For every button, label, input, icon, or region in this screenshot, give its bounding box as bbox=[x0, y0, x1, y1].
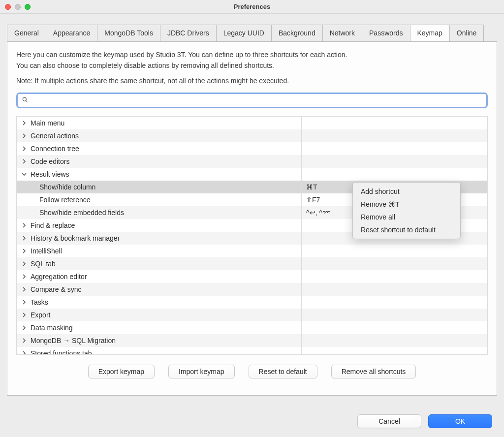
action-label: Follow reference bbox=[39, 196, 91, 204]
chevron-down-icon[interactable] bbox=[21, 171, 28, 178]
action-label: Show/hide embedded fields bbox=[39, 209, 124, 217]
category-label: IntelliShell bbox=[31, 247, 62, 255]
keymap-category-row[interactable]: Data masking bbox=[17, 321, 487, 334]
shortcut-label: ⇧F7 bbox=[306, 196, 320, 204]
shortcut-label: ⌘T bbox=[306, 183, 317, 191]
tab-appearance[interactable]: Appearance bbox=[46, 25, 98, 41]
preferences-tabstrip: GeneralAppearanceMongoDB ToolsJDBC Drive… bbox=[0, 14, 504, 41]
keymap-description: Here you can customize the keymap used b… bbox=[16, 50, 488, 71]
chevron-right-icon[interactable] bbox=[21, 132, 28, 139]
tab-passwords[interactable]: Passwords bbox=[362, 25, 410, 41]
context-menu-item[interactable]: Add shortcut bbox=[353, 185, 460, 198]
import-keymap-button[interactable]: Import keymap bbox=[168, 365, 235, 378]
keymap-category-row[interactable]: Connection tree bbox=[17, 142, 487, 155]
keymap-category-row[interactable]: IntelliShell bbox=[17, 245, 487, 257]
chevron-right-icon[interactable] bbox=[21, 273, 28, 280]
ok-button[interactable]: OK bbox=[428, 414, 492, 428]
category-label: Data masking bbox=[31, 324, 73, 332]
category-label: Aggregation editor bbox=[31, 273, 87, 281]
traffic-lights bbox=[5, 4, 31, 10]
keymap-category-row[interactable]: Aggregation editor bbox=[17, 270, 487, 283]
svg-point-0 bbox=[23, 97, 26, 101]
chevron-right-icon[interactable] bbox=[21, 222, 28, 229]
category-label: Result views bbox=[31, 170, 69, 178]
category-label: Find & replace bbox=[31, 221, 75, 229]
chevron-right-icon[interactable] bbox=[21, 324, 28, 331]
keymap-category-row[interactable]: Code editors bbox=[17, 155, 487, 168]
tab-jdbc-drivers[interactable]: JDBC Drivers bbox=[160, 25, 217, 41]
tab-keymap[interactable]: Keymap bbox=[410, 25, 450, 41]
keymap-category-row[interactable]: Stored functions tab bbox=[17, 347, 487, 355]
chevron-right-icon[interactable] bbox=[21, 145, 28, 152]
minimize-window-icon bbox=[15, 4, 21, 10]
search-icon bbox=[22, 96, 32, 105]
chevron-right-icon[interactable] bbox=[21, 312, 28, 318]
category-label: Tasks bbox=[31, 298, 48, 306]
category-label: General actions bbox=[31, 132, 79, 140]
tab-online[interactable]: Online bbox=[449, 25, 484, 41]
category-label: Compare & sync bbox=[31, 285, 81, 293]
shortcut-context-menu: Add shortcutRemove ⌘TRemove allReset sho… bbox=[352, 182, 461, 239]
keymap-category-row[interactable]: Compare & sync bbox=[17, 283, 487, 296]
zoom-window-icon[interactable] bbox=[25, 4, 31, 10]
chevron-right-icon[interactable] bbox=[21, 158, 28, 165]
chevron-right-icon[interactable] bbox=[21, 299, 28, 306]
search-input[interactable] bbox=[32, 96, 482, 105]
search-field-wrap[interactable] bbox=[16, 93, 488, 108]
desc-line-2: You can also choose to completely disabl… bbox=[16, 62, 274, 69]
keymap-panel-buttons: Export keymap Import keymap Reset to def… bbox=[16, 365, 488, 378]
close-window-icon[interactable] bbox=[5, 4, 11, 10]
desc-line-1: Here you can customize the keymap used b… bbox=[16, 51, 347, 59]
export-keymap-button[interactable]: Export keymap bbox=[88, 365, 155, 378]
keymap-category-row[interactable]: Main menu bbox=[17, 117, 487, 129]
keymap-category-row[interactable]: Result views bbox=[17, 168, 487, 181]
chevron-right-icon[interactable] bbox=[21, 337, 28, 344]
tab-network[interactable]: Network bbox=[322, 25, 362, 41]
tab-mongodb-tools[interactable]: MongoDB Tools bbox=[97, 25, 160, 41]
remove-all-shortcuts-button[interactable]: Remove all shortcuts bbox=[331, 365, 416, 378]
keymap-category-row[interactable]: General actions bbox=[17, 129, 487, 142]
category-label: Stored functions tab bbox=[31, 349, 92, 355]
keymap-category-row[interactable]: SQL tab bbox=[17, 257, 487, 270]
cancel-button[interactable]: Cancel bbox=[357, 414, 421, 428]
chevron-right-icon[interactable] bbox=[21, 120, 28, 126]
chevron-right-icon[interactable] bbox=[21, 350, 28, 355]
action-label: Show/hide column bbox=[39, 183, 95, 191]
category-label: Main menu bbox=[31, 119, 64, 127]
reset-to-default-button[interactable]: Reset to default bbox=[249, 365, 317, 378]
category-label: Connection tree bbox=[31, 145, 79, 153]
category-label: History & bookmark manager bbox=[31, 234, 120, 242]
chevron-right-icon[interactable] bbox=[21, 248, 28, 254]
keymap-category-row[interactable]: Export bbox=[17, 309, 487, 321]
chevron-right-icon[interactable] bbox=[21, 260, 28, 267]
tab-background[interactable]: Background bbox=[271, 25, 323, 41]
keymap-category-row[interactable]: MongoDB → SQL Migration bbox=[17, 334, 487, 347]
tab-legacy-uuid[interactable]: Legacy UUID bbox=[216, 25, 272, 41]
context-menu-item[interactable]: Remove all bbox=[353, 211, 460, 223]
category-label: SQL tab bbox=[31, 260, 56, 268]
window-title: Preferences bbox=[234, 3, 270, 10]
keymap-note: Note: If multiple actions share the same… bbox=[16, 76, 488, 87]
title-bar: Preferences bbox=[0, 0, 504, 14]
context-menu-item[interactable]: Remove ⌘T bbox=[353, 198, 460, 211]
shortcut-label: ^↩, ^⌤ bbox=[306, 209, 330, 217]
chevron-right-icon[interactable] bbox=[21, 286, 28, 293]
context-menu-item[interactable]: Reset shortcut to default bbox=[353, 223, 460, 236]
category-label: Code editors bbox=[31, 157, 69, 165]
dialog-buttons: Cancel OK bbox=[357, 414, 492, 428]
svg-line-1 bbox=[26, 100, 27, 102]
chevron-right-icon[interactable] bbox=[21, 235, 28, 242]
tab-general[interactable]: General bbox=[7, 25, 46, 41]
category-label: Export bbox=[31, 311, 50, 319]
keymap-category-row[interactable]: Tasks bbox=[17, 296, 487, 309]
category-label: MongoDB → SQL Migration bbox=[31, 337, 116, 344]
